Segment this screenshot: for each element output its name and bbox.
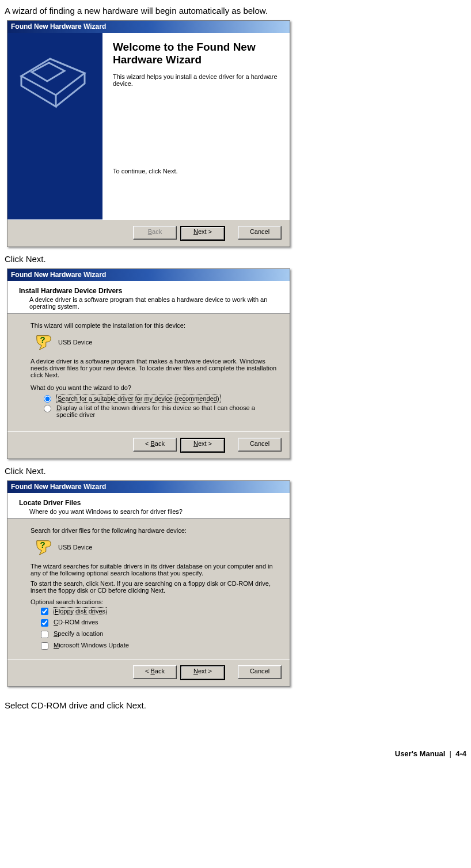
check-cdrom[interactable]: CD-ROM drives bbox=[39, 619, 277, 628]
side-graphic bbox=[7, 33, 102, 219]
radio-input[interactable] bbox=[44, 395, 51, 403]
checkbox-input[interactable] bbox=[41, 631, 48, 638]
question: What do you want the wizard to do? bbox=[31, 384, 277, 391]
wizard-content: This wizard will complete the installati… bbox=[7, 314, 290, 431]
back-button[interactable]: < Back bbox=[133, 438, 177, 452]
titlebar: Found New Hardware Wizard bbox=[7, 481, 290, 493]
header-subtitle: A device driver is a software program th… bbox=[29, 296, 282, 310]
device-name: USB Device bbox=[58, 339, 92, 346]
desc2: The wizard searches for suitable drivers… bbox=[31, 563, 277, 577]
question-icon: ? bbox=[35, 539, 52, 556]
cancel-button[interactable]: Cancel bbox=[238, 226, 282, 240]
titlebar: Found New Hardware Wizard bbox=[7, 21, 290, 33]
checkbox-input[interactable] bbox=[41, 608, 48, 615]
cancel-button[interactable]: Cancel bbox=[238, 438, 282, 452]
next-button[interactable]: Next > bbox=[180, 665, 225, 680]
wizard-heading: Welcome to the Found New Hardware Wizard bbox=[113, 41, 279, 66]
check-floppy[interactable]: Floppy disk drives bbox=[39, 607, 277, 617]
continue-hint: To continue, click Next. bbox=[113, 168, 279, 175]
wizard-welcome: Found New Hardware Wizard Welcome to the… bbox=[7, 20, 290, 247]
radio-search[interactable]: Search for a suitable driver for my devi… bbox=[41, 395, 277, 403]
footer-title: User's Manual bbox=[395, 749, 446, 758]
line1: Search for driver files for the followin… bbox=[31, 527, 277, 534]
wizard-header: Install Hardware Device Drivers A device… bbox=[7, 281, 290, 314]
wizard-install-drivers: Found New Hardware Wizard Install Hardwa… bbox=[7, 268, 290, 459]
device-icon bbox=[16, 50, 90, 113]
back-button[interactable]: < Back bbox=[133, 665, 177, 679]
check-windows-update[interactable]: Microsoft Windows Update bbox=[39, 642, 277, 651]
line1: This wizard will complete the installati… bbox=[31, 322, 277, 329]
device-name: USB Device bbox=[58, 544, 92, 551]
question-icon: ? bbox=[35, 333, 52, 351]
wizard-content: Search for driver files for the followin… bbox=[7, 519, 290, 659]
back-button: Back bbox=[133, 226, 177, 240]
check-specify[interactable]: Specify a location bbox=[39, 630, 277, 640]
desc2: A device driver is a software program th… bbox=[31, 358, 277, 378]
page-number: 4-4 bbox=[455, 749, 466, 758]
header-title: Install Hardware Device Drivers bbox=[19, 287, 282, 295]
titlebar: Found New Hardware Wizard bbox=[7, 269, 290, 281]
next-button[interactable]: Next > bbox=[180, 438, 225, 453]
optional-label: Optional search locations: bbox=[31, 598, 277, 605]
button-row: < Back Next > Cancel bbox=[7, 659, 290, 686]
checkbox-input[interactable] bbox=[41, 619, 48, 627]
instruction-intro: A wizard of finding a new hardware will … bbox=[5, 6, 466, 16]
radio-display-list[interactable]: Display a list of the known drivers for … bbox=[41, 404, 277, 418]
header-title: Locate Driver Files bbox=[19, 499, 282, 507]
button-row: < Back Next > Cancel bbox=[7, 431, 290, 458]
wizard-header: Locate Driver Files Where do you want Wi… bbox=[7, 493, 290, 519]
wizard-desc: This wizard helps you install a device d… bbox=[113, 73, 279, 87]
radio-input[interactable] bbox=[44, 405, 51, 412]
checkbox-input[interactable] bbox=[41, 642, 48, 650]
next-button[interactable]: Next > bbox=[180, 226, 225, 241]
header-subtitle: Where do you want Windows to search for … bbox=[29, 508, 282, 515]
wizard-locate-files: Found New Hardware Wizard Locate Driver … bbox=[7, 480, 290, 687]
cancel-button[interactable]: Cancel bbox=[238, 665, 282, 679]
instruction-select-cd: Select CD-ROM drive and click Next. bbox=[5, 700, 466, 710]
svg-text:?: ? bbox=[40, 335, 45, 344]
instruction-click-next-1: Click Next. bbox=[5, 254, 466, 264]
svg-text:?: ? bbox=[40, 540, 45, 549]
instruction-click-next-2: Click Next. bbox=[5, 466, 466, 476]
desc3: To start the search, click Next. If you … bbox=[31, 580, 277, 594]
button-row: Back Next > Cancel bbox=[7, 219, 290, 247]
page-footer: User's Manual | 4-4 bbox=[5, 749, 466, 758]
